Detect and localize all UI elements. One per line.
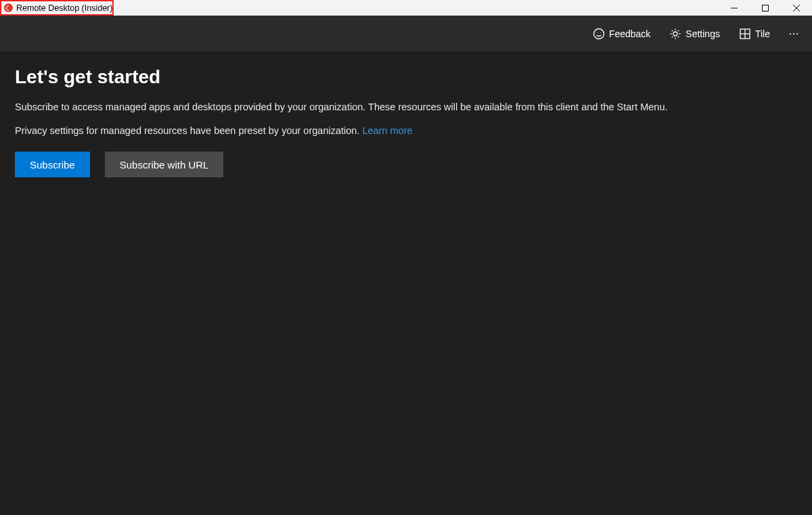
- window-controls: [719, 0, 812, 16]
- close-icon: [792, 4, 800, 12]
- tile-label: Tile: [755, 28, 770, 39]
- title-bar: Remote Desktop (Insider): [0, 0, 812, 16]
- svg-point-11: [790, 32, 791, 34]
- maximize-icon: [761, 4, 769, 12]
- subscribe-button[interactable]: Subscribe: [15, 152, 90, 177]
- minimize-icon: [730, 4, 738, 12]
- learn-more-link[interactable]: Learn more: [362, 125, 412, 136]
- tile-icon: [739, 28, 751, 40]
- privacy-paragraph: Privacy settings for managed resources h…: [15, 124, 797, 138]
- svg-point-5: [597, 32, 597, 32]
- settings-label: Settings: [685, 28, 720, 39]
- button-row: Subscribe Subscribe with URL: [15, 152, 797, 177]
- minimize-button[interactable]: [719, 0, 750, 16]
- main-content: Let's get started Subscribe to access ma…: [0, 51, 812, 177]
- svg-point-7: [673, 32, 677, 36]
- ellipsis-icon: [788, 28, 800, 40]
- svg-point-12: [793, 32, 794, 34]
- feedback-button[interactable]: Feedback: [583, 16, 660, 51]
- svg-point-4: [593, 28, 604, 39]
- window-title: Remote Desktop (Insider): [16, 3, 112, 13]
- settings-button[interactable]: Settings: [660, 16, 729, 51]
- svg-point-6: [600, 32, 601, 32]
- remote-desktop-icon: [4, 3, 13, 12]
- command-bar: Feedback Settings Tile: [0, 16, 812, 51]
- gear-icon: [669, 28, 681, 40]
- privacy-text: Privacy settings for managed resources h…: [15, 125, 362, 136]
- more-button[interactable]: [780, 16, 808, 51]
- svg-rect-1: [763, 5, 769, 11]
- intro-paragraph: Subscribe to access managed apps and des…: [15, 100, 797, 114]
- smiley-icon: [593, 28, 605, 40]
- maximize-button[interactable]: [750, 0, 781, 16]
- feedback-label: Feedback: [609, 28, 650, 39]
- title-bar-left-highlight: Remote Desktop (Insider): [0, 0, 114, 16]
- tile-button[interactable]: Tile: [729, 16, 780, 51]
- page-title: Let's get started: [15, 66, 797, 88]
- svg-point-13: [796, 32, 798, 34]
- close-button[interactable]: [781, 0, 812, 16]
- subscribe-with-url-button[interactable]: Subscribe with URL: [105, 152, 224, 177]
